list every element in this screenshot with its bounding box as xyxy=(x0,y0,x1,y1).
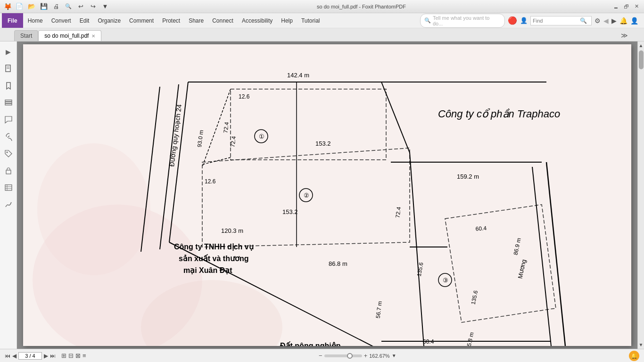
user-icon[interactable]: 👤 xyxy=(630,17,638,25)
foxit-icon: 🔴 xyxy=(508,16,517,25)
menu-share[interactable]: Share xyxy=(185,16,207,26)
notify-bell[interactable]: 🔔 xyxy=(629,351,639,361)
svg-text:72.4: 72.4 xyxy=(229,136,237,148)
svg-text:153.2: 153.2 xyxy=(315,140,331,147)
svg-text:Đất nông nghiệp: Đất nông nghiệp xyxy=(280,341,341,346)
tab-start[interactable]: Start xyxy=(14,30,38,41)
save-icon[interactable]: 💾 xyxy=(39,2,49,11)
sidebar-tag-icon[interactable] xyxy=(2,147,15,160)
svg-text:159.2 m: 159.2 m xyxy=(457,173,479,180)
tab-close-btn[interactable]: ✕ xyxy=(91,33,95,39)
maximize-btn[interactable]: 🗗 xyxy=(623,3,630,10)
facing-icon[interactable]: ⊠ xyxy=(75,352,81,359)
sidebar-lock-icon[interactable] xyxy=(2,164,15,177)
svg-rect-8 xyxy=(5,185,12,190)
svg-text:①: ① xyxy=(259,133,264,140)
zoom-icon[interactable]: 🔍 xyxy=(64,2,73,11)
svg-text:153.2: 153.2 xyxy=(282,208,298,215)
redo-icon[interactable]: ↪ xyxy=(88,2,98,11)
titlebar-controls: 🗕 🗗 ✕ xyxy=(613,3,640,10)
zoom-slider[interactable] xyxy=(324,354,362,357)
pdf-content: Công ty cổ phần Traphaco Đường quy hoạch… xyxy=(23,44,631,346)
settings-icon[interactable]: ⚙ xyxy=(594,17,601,25)
zoom-handle[interactable] xyxy=(347,353,353,359)
file-menu[interactable]: File xyxy=(2,13,23,28)
page-nav: ⏮ ◀ ▶ ⏭ xyxy=(5,352,56,360)
undo-icon[interactable]: ↩ xyxy=(76,2,85,11)
menu-convert[interactable]: Convert xyxy=(48,16,75,26)
first-page-btn[interactable]: ⏮ xyxy=(5,353,10,359)
svg-rect-3 xyxy=(5,100,12,101)
titlebar-title: so do moi_full.pdf - Foxit PhantomPDF xyxy=(317,4,406,9)
main-layout: ▶ xyxy=(0,41,644,349)
tab-pdf[interactable]: so do moi_full.pdf ✕ xyxy=(38,30,101,41)
svg-text:72.4: 72.4 xyxy=(222,122,230,133)
menu-edit[interactable]: Edit xyxy=(76,16,93,26)
menu-bar: File Home Convert Edit Organize Comment … xyxy=(0,13,644,28)
menu-organize[interactable]: Organize xyxy=(94,16,124,26)
find-box[interactable]: 🔍 xyxy=(530,16,592,25)
split-icon[interactable]: ≡ xyxy=(83,352,86,359)
sidebar-page-icon[interactable] xyxy=(2,62,15,75)
continuous-icon[interactable]: ⊟ xyxy=(68,352,74,359)
svg-text:Công ty cổ phần Traphaco: Công ty cổ phần Traphaco xyxy=(438,108,560,120)
scroll-thumb[interactable] xyxy=(639,50,644,69)
pdf-area: Công ty cổ phần Traphaco Đường quy hoạch… xyxy=(17,41,637,349)
nav-back-icon[interactable]: ◀ xyxy=(603,17,609,25)
sidebar-sign-icon[interactable] xyxy=(2,198,15,211)
zoom-out-btn[interactable]: − xyxy=(319,352,322,359)
menu-protect[interactable]: Protect xyxy=(158,16,184,26)
dropdown-icon[interactable]: ▼ xyxy=(100,2,110,11)
minimize-btn[interactable]: 🗕 xyxy=(613,3,619,10)
status-bar: ⏮ ◀ ▶ ⏭ ⊞ ⊟ ⊠ ≡ − + 162.67% ▼ 🔔 xyxy=(0,349,644,362)
zoom-dropdown-btn[interactable]: ▼ xyxy=(392,353,396,358)
find-icon[interactable]: 🔍 xyxy=(580,17,587,24)
svg-text:60.4: 60.4 xyxy=(423,338,434,345)
menu-home[interactable]: Home xyxy=(24,16,47,26)
right-scrollbar[interactable]: ▲ ▼ xyxy=(637,41,644,349)
menu-help[interactable]: Help xyxy=(277,16,297,26)
next-page-btn[interactable]: ▶ xyxy=(44,353,48,359)
titlebar-left: 🦊 📄 📂 💾 🖨 🔍 ↩ ↪ ▼ xyxy=(4,2,110,11)
view-mode-icons: ⊞ ⊟ ⊠ ≡ xyxy=(61,352,86,359)
tab-scroll-btn[interactable]: ≫ xyxy=(619,30,630,41)
menu-tutorial[interactable]: Tutorial xyxy=(297,16,324,26)
menu-accessibility[interactable]: Accessibility xyxy=(238,16,276,26)
page-input[interactable] xyxy=(18,352,42,360)
svg-rect-7 xyxy=(6,170,11,174)
nav-fwd-icon[interactable]: ▶ xyxy=(611,17,617,25)
single-page-icon[interactable]: ⊞ xyxy=(61,352,66,359)
svg-text:12.6: 12.6 xyxy=(205,178,216,185)
sidebar-comment-icon[interactable] xyxy=(2,113,15,126)
last-page-btn[interactable]: ⏭ xyxy=(50,353,56,359)
svg-point-15 xyxy=(37,143,150,275)
scroll-up-btn[interactable]: ▲ xyxy=(639,41,644,49)
zoom-area: − + 162.67% ▼ xyxy=(319,352,396,359)
notification-icon[interactable]: 🔔 xyxy=(629,351,639,361)
prev-page-btn[interactable]: ◀ xyxy=(12,353,17,359)
sidebar-expand-btn[interactable]: ▶ xyxy=(2,45,15,58)
sidebar-link-icon[interactable] xyxy=(2,130,15,143)
svg-text:③: ③ xyxy=(443,277,448,284)
sidebar-list-icon[interactable] xyxy=(2,181,15,194)
tab-start-label: Start xyxy=(20,33,32,39)
scroll-down-btn[interactable]: ▼ xyxy=(639,341,644,349)
close-btn[interactable]: ✕ xyxy=(634,3,640,10)
account-icon[interactable]: 👤 xyxy=(520,17,528,24)
new-icon[interactable]: 📄 xyxy=(15,2,24,11)
svg-text:mại Xuân Đạt: mại Xuân Đạt xyxy=(183,266,232,274)
zoom-in-btn[interactable]: + xyxy=(364,352,368,359)
svg-text:Công ty TNHH dịch vụ: Công ty TNHH dịch vụ xyxy=(174,243,254,251)
find-input[interactable] xyxy=(533,18,580,24)
sidebar-bookmark-icon[interactable] xyxy=(2,79,15,92)
open-icon[interactable]: 📂 xyxy=(27,2,36,11)
menu-comment[interactable]: Comment xyxy=(125,16,157,26)
sidebar-layers-icon[interactable] xyxy=(2,96,15,109)
menu-connect[interactable]: Connect xyxy=(208,16,237,26)
tell-search[interactable]: 🔍 Tell me what you want to do... xyxy=(420,14,505,28)
bell-icon[interactable]: 🔔 xyxy=(619,17,627,25)
tab-pdf-label: so do moi_full.pdf xyxy=(44,33,89,39)
zoom-level-display: 162.67% xyxy=(369,353,389,359)
svg-text:12.6: 12.6 xyxy=(239,93,250,100)
print-icon[interactable]: 🖨 xyxy=(51,2,61,11)
